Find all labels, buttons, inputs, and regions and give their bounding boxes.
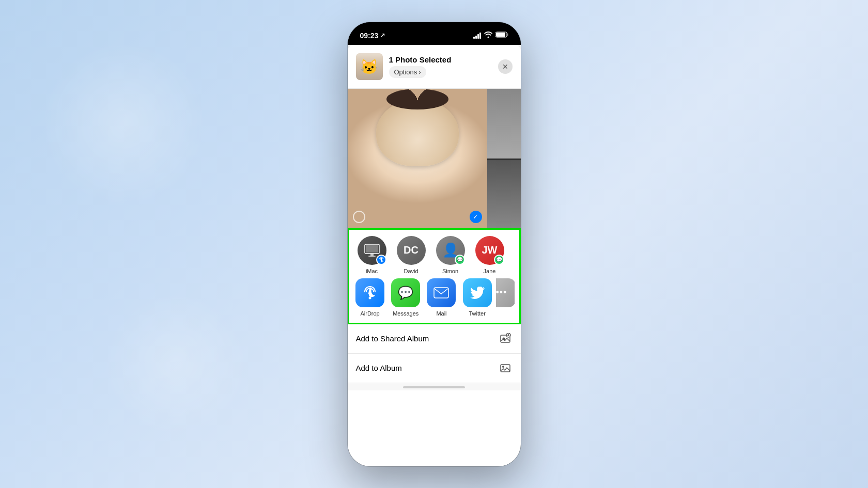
jane-initials: JW — [482, 244, 498, 256]
svg-rect-2 — [496, 33, 505, 37]
add-shared-album-row[interactable]: Add to Shared Album — [348, 324, 521, 354]
status-time-group: 09:23 ↗ — [360, 32, 385, 40]
add-album-label: Add to Album — [356, 364, 402, 372]
select-circle-left — [353, 211, 365, 223]
shared-album-icon — [498, 332, 513, 346]
signal-icon — [473, 33, 481, 39]
options-label: Options — [394, 68, 417, 76]
scroll-line — [403, 386, 465, 388]
contact-item-david[interactable]: DC David — [393, 236, 430, 274]
battery-icon — [495, 32, 508, 39]
svg-rect-5 — [370, 254, 374, 256]
action-rows: Add to Shared Album Add to Album — [348, 324, 521, 466]
svg-point-14 — [502, 366, 504, 368]
location-icon: ↗ — [380, 32, 385, 39]
contact-item-imac[interactable]: iMac — [353, 236, 391, 274]
contacts-row: iMac DC David 👤 💬 Simon — [349, 236, 519, 274]
airdrop-icon — [355, 278, 384, 307]
side-photo-bottom — [487, 160, 521, 228]
share-section: iMac DC David 👤 💬 Simon — [348, 228, 521, 324]
svg-point-8 — [369, 296, 371, 299]
app-item-airdrop[interactable]: AirDrop — [353, 278, 387, 317]
wifi-icon — [484, 32, 492, 39]
share-info: 1 Photo Selected Options › — [389, 55, 492, 78]
apps-row: AirDrop 💬 Messages Mail — [349, 274, 519, 317]
contact-avatar-imac — [358, 236, 386, 265]
share-thumbnail — [356, 53, 383, 80]
airdrop-app-icon — [362, 285, 378, 301]
contact-item-simon[interactable]: 👤 💬 Simon — [432, 236, 469, 274]
phone-frame: 09:23 ↗ — [348, 22, 521, 466]
status-icons — [473, 32, 508, 39]
selected-checkmark: ✓ — [470, 211, 482, 223]
contact-avatar-jane: JW 💬 — [475, 236, 504, 265]
options-button[interactable]: Options › — [389, 66, 426, 78]
svg-rect-9 — [434, 288, 448, 298]
add-album-icon — [498, 361, 513, 375]
contact-name-david: David — [404, 268, 418, 274]
airdrop-badge-icon — [378, 257, 384, 263]
add-album-row[interactable]: Add to Album — [348, 354, 521, 383]
twitter-app-name: Twitter — [469, 310, 485, 317]
status-bar: 09:23 ↗ — [348, 22, 521, 45]
cat-photo — [348, 89, 487, 228]
mail-app-name: Mail — [436, 310, 446, 317]
mail-icon — [427, 278, 456, 307]
photo-strip: ✓ — [348, 89, 521, 228]
twitter-bird-icon — [470, 287, 485, 299]
contact-name-jane: Jane — [484, 268, 496, 274]
twitter-icon — [463, 278, 492, 307]
svg-point-7 — [381, 261, 382, 262]
share-header: 1 Photo Selected Options › ✕ — [348, 45, 521, 89]
mail-envelope-icon — [433, 287, 449, 298]
messages-icon: 💬 — [391, 278, 420, 307]
side-photo-top — [487, 89, 521, 159]
cat-thumbnail — [356, 53, 383, 80]
app-item-twitter[interactable]: Twitter — [460, 278, 494, 317]
contact-avatar-david: DC — [397, 236, 426, 265]
svg-rect-13 — [501, 365, 510, 372]
content-area: 1 Photo Selected Options › ✕ ✓ — [348, 45, 521, 466]
contact-item-jane[interactable]: JW 💬 Jane — [471, 236, 508, 274]
contact-avatar-simon: 👤 💬 — [436, 236, 465, 265]
more-icon: ••• — [496, 278, 515, 307]
app-item-messages[interactable]: 💬 Messages — [389, 278, 423, 317]
david-initials: DC — [404, 244, 419, 256]
scroll-indicator — [348, 383, 521, 390]
close-icon: ✕ — [502, 62, 508, 71]
svg-rect-6 — [368, 256, 376, 257]
whatsapp-badge: 💬 — [455, 255, 465, 265]
svg-rect-1 — [507, 34, 508, 36]
photo-side-strip — [487, 89, 521, 228]
airdrop-app-name: AirDrop — [360, 310, 379, 317]
airdrop-badge — [376, 255, 386, 265]
contact-name-simon: Simon — [442, 268, 458, 274]
add-shared-album-label: Add to Shared Album — [356, 334, 429, 343]
app-item-mail[interactable]: Mail — [425, 278, 458, 317]
messages-badge: 💬 — [494, 255, 504, 265]
messages-app-name: Messages — [393, 310, 419, 317]
app-item-more[interactable]: ••• — [496, 278, 515, 317]
photo-selected-text: 1 Photo Selected — [389, 55, 492, 64]
options-chevron: › — [419, 68, 421, 76]
close-button[interactable]: ✕ — [498, 59, 513, 74]
status-time: 09:23 — [360, 32, 379, 40]
contact-name-imac: iMac — [366, 268, 378, 274]
main-photo[interactable]: ✓ — [348, 89, 487, 228]
svg-rect-4 — [366, 245, 378, 253]
